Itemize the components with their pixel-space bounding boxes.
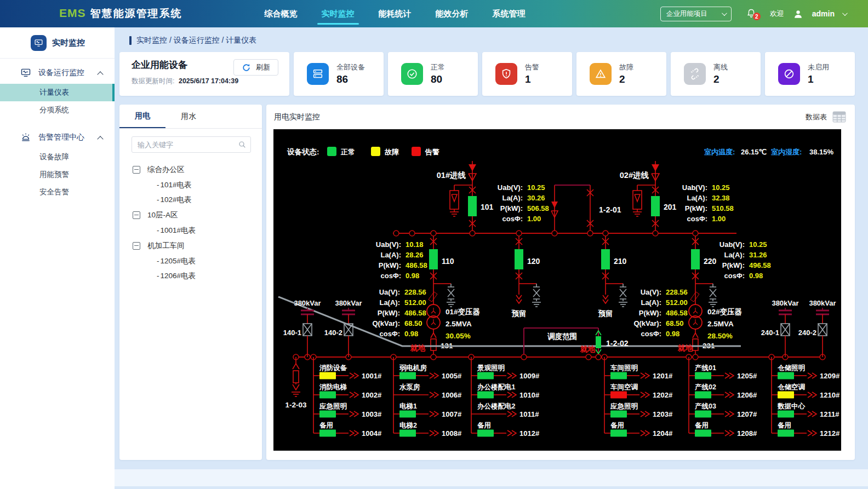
stat-value: 2 xyxy=(713,73,728,85)
data-table-button[interactable]: 数据表 xyxy=(806,111,846,123)
transformer-load-rate: 28.50% xyxy=(707,332,733,340)
shield-alert-icon xyxy=(495,63,517,85)
username[interactable]: admin xyxy=(812,9,835,18)
notification-bell[interactable]: 2 xyxy=(746,8,757,19)
tree-node-office-area[interactable]: 综合办公区 xyxy=(133,162,262,177)
sld-node xyxy=(693,354,698,360)
sidebar-group-device-monitor[interactable]: 设备运行监控 xyxy=(0,62,115,84)
chevron-up-icon xyxy=(97,136,103,142)
sld-symbol xyxy=(641,392,645,398)
tree-node-floor10-a[interactable]: 10层-A区 xyxy=(133,207,262,223)
sld-symbol xyxy=(516,300,522,303)
nav-system-manage[interactable]: 系统管理 xyxy=(493,0,526,27)
capacitor-rating: 380kVar xyxy=(809,299,836,307)
lv-feeder-id: 1009# xyxy=(519,372,540,380)
tab-electricity[interactable]: 用电 xyxy=(119,105,165,128)
sidebar-group-alarm-center[interactable]: 告警管理中心 xyxy=(0,126,115,148)
search-icon xyxy=(238,140,247,149)
lv-feeder-name: 消防设备 xyxy=(319,364,348,372)
transformer-capacity: 2.5MVA xyxy=(707,320,734,328)
collapse-icon[interactable] xyxy=(133,166,140,174)
tree-leaf-meter[interactable]: 102#电表 xyxy=(133,192,262,207)
stat-label: 未启用 xyxy=(808,62,829,72)
tab-water[interactable]: 用水 xyxy=(165,105,212,128)
lv-feeder-breaker xyxy=(610,411,627,418)
sld-node xyxy=(653,231,658,236)
lv-feeder-breaker xyxy=(695,372,711,379)
sld-line xyxy=(693,311,695,313)
sidebar-item-device-fault[interactable]: 设备故障 xyxy=(0,148,115,166)
lv-feeder-name: 备用 xyxy=(319,422,333,429)
tree-leaf-meter[interactable]: 1206#电表 xyxy=(133,268,262,283)
topbar-right: 企业用能项目 2 欢迎 admin xyxy=(660,7,846,21)
sidebar-item-metering[interactable]: 计量仪表 xyxy=(0,84,115,101)
nav-energy-stats[interactable]: 能耗统计 xyxy=(379,0,412,27)
collapse-icon[interactable] xyxy=(133,211,140,219)
sidebar-item-safety-alarm[interactable]: 安全告警 xyxy=(0,183,115,201)
devices-icon xyxy=(307,63,329,85)
f110-meas-label: Uab(V): xyxy=(376,240,401,249)
stat-value: 86 xyxy=(336,73,365,85)
stat-value: 80 xyxy=(431,73,445,85)
collapse-icon[interactable] xyxy=(133,242,140,250)
tx1-meas-value: 228.56 xyxy=(404,288,426,296)
lv-tie-id: 1-2-02 xyxy=(606,339,629,348)
transformer-load-rate: 30.05% xyxy=(446,332,471,340)
f220-meas-value: 31.26 xyxy=(749,251,767,259)
lv-feeder-name: 仓储空调 xyxy=(777,383,806,391)
lv-feeder-breaker xyxy=(778,411,794,418)
sld-symbol xyxy=(808,411,812,417)
logo-ems: EMS xyxy=(59,7,86,20)
alarm-icon xyxy=(20,132,31,143)
sidebar-item-energy-warning[interactable]: 用能预警 xyxy=(0,166,115,183)
nav-realtime-monitor[interactable]: 实时监控 xyxy=(322,0,355,27)
tree-node-machining-shop[interactable]: 机加工车间 xyxy=(133,238,262,254)
device-tree-panel: 用电 用水 综合办公区 101#电表 102#电表 10层 xyxy=(119,105,262,460)
refresh-button[interactable]: 刷新 xyxy=(233,59,278,76)
welcome-label: 欢迎 xyxy=(770,9,784,19)
stat-label: 全部设备 xyxy=(336,62,365,72)
incoming-breaker-id: 101 xyxy=(481,203,494,211)
local-label: 就地 xyxy=(580,345,596,353)
lv-feeder-id: 1210# xyxy=(820,391,840,399)
lv-feeder-id: 1208# xyxy=(737,429,757,438)
tree-leaf-meter[interactable]: 1205#电表 xyxy=(133,254,262,268)
device-tree: 综合办公区 101#电表 102#电表 10层-A区 1001#电表 机加工车间… xyxy=(133,162,262,283)
lv-feeder-id: 1202# xyxy=(653,391,673,399)
f110-meas-label: La(A): xyxy=(380,251,401,259)
nav-efficiency-analysis[interactable]: 能效分析 xyxy=(436,0,469,27)
in1-meas-value: 1.00 xyxy=(527,215,541,223)
lv-feeder-name: 办公楼配电1 xyxy=(477,383,516,391)
in1-meas-value: 30.26 xyxy=(527,194,545,202)
lv-feeder-breaker xyxy=(610,392,627,399)
project-select[interactable]: 企业用能项目 xyxy=(660,7,732,21)
tx1-meas-value: 512.00 xyxy=(404,298,426,307)
sld-node xyxy=(552,231,557,236)
sld-header: 用电实时监控 数据表 xyxy=(266,105,855,129)
lv-feeder-name: 应急照明 xyxy=(319,402,347,410)
lv-feeder-breaker xyxy=(695,392,711,399)
tree-leaf-meter[interactable]: 101#电表 xyxy=(133,177,262,192)
tree-leaf-meter[interactable]: 1001#电表 xyxy=(133,223,262,238)
dispatch-range-label: 调度范围 xyxy=(547,332,577,341)
bell-badge: 2 xyxy=(753,13,761,20)
hv-tie-id: 1-2-01 xyxy=(599,205,621,214)
search-input[interactable] xyxy=(132,136,251,153)
sld-node xyxy=(431,354,436,360)
capacitor-id: 240-1 xyxy=(761,329,779,337)
sidebar-item-subitem-system[interactable]: 分项系统 xyxy=(0,101,115,119)
lv-feeder-name: 车间空调 xyxy=(610,383,638,391)
sld-symbol xyxy=(507,430,512,436)
fuse-switch xyxy=(429,292,437,302)
check-icon xyxy=(401,63,423,85)
in2-meas-value: 510.58 xyxy=(712,204,734,212)
nav-overview[interactable]: 综合概览 xyxy=(265,0,298,27)
user-chevron-down-icon[interactable] xyxy=(842,10,848,16)
app-title: 智慧能源管理系统 xyxy=(90,7,182,21)
capacitor-rating: 380kVar xyxy=(772,299,798,307)
in2-meas-label: P(kW): xyxy=(685,204,707,212)
tx1-meas-label: P(kW): xyxy=(378,309,400,317)
single-line-diagram: 设备状态:正常故障告警室内温度:26.15℃室内湿度:38.15%01#进线10… xyxy=(273,129,841,451)
capacitor-rating: 380kVar xyxy=(294,299,321,307)
tx2-meas-label: P(kW): xyxy=(639,309,661,317)
